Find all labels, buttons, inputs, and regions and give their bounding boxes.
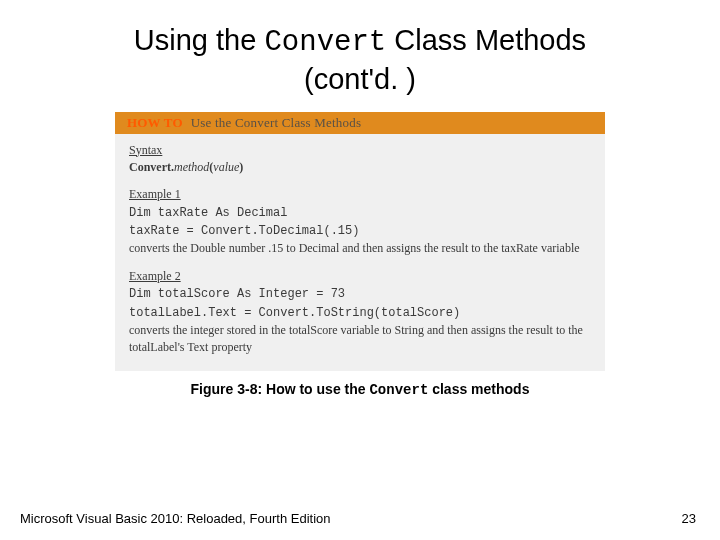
title-text-post: Class Methods	[386, 24, 586, 56]
howto-body: Syntax Convert.method(value) Example 1 D…	[115, 134, 605, 371]
figure-caption: Figure 3-8: How to use the Convert class…	[0, 381, 720, 398]
howto-label: HOW TO	[127, 115, 183, 131]
syntax-block: Syntax Convert.method(value)	[129, 142, 591, 177]
example1-desc: converts the Double number .15 to Decima…	[129, 241, 580, 255]
title-text-pre: Using the	[134, 24, 265, 56]
title-line2: (cont'd. )	[304, 63, 416, 95]
caption-pre: Figure 3-8: How to use the	[191, 381, 370, 397]
example2-desc: converts the integer stored in the total…	[129, 323, 583, 354]
slide: Using the Convert Class Methods (cont'd.…	[0, 0, 720, 540]
howto-heading: Use the Convert Class Methods	[191, 115, 361, 131]
syntax-label: Syntax	[129, 143, 162, 157]
example1-label: Example 1	[129, 187, 181, 201]
example2-code2: totalLabel.Text = Convert.ToString(total…	[129, 306, 460, 320]
example2-block: Example 2 Dim totalScore As Integer = 73…	[129, 268, 591, 357]
howto-box: HOW TO Use the Convert Class Methods Syn…	[115, 112, 605, 371]
syntax-method: method	[174, 160, 209, 174]
example2-label: Example 2	[129, 269, 181, 283]
title-mono: Convert	[264, 26, 386, 59]
howto-header: HOW TO Use the Convert Class Methods	[115, 112, 605, 134]
footer-left: Microsoft Visual Basic 2010: Reloaded, F…	[20, 511, 330, 526]
caption-mono: Convert	[369, 382, 428, 398]
example2-code1: Dim totalScore As Integer = 73	[129, 287, 345, 301]
example1-code1: Dim taxRate As Decimal	[129, 206, 287, 220]
syntax-close: )	[239, 160, 243, 174]
example1-code2: taxRate = Convert.ToDecimal(.15)	[129, 224, 359, 238]
slide-title: Using the Convert Class Methods (cont'd.…	[0, 0, 720, 98]
syntax-class: Convert.	[129, 160, 174, 174]
caption-post: class methods	[428, 381, 529, 397]
footer: Microsoft Visual Basic 2010: Reloaded, F…	[20, 511, 696, 526]
page-number: 23	[682, 511, 696, 526]
example1-block: Example 1 Dim taxRate As Decimal taxRate…	[129, 186, 591, 258]
syntax-arg: value	[213, 160, 239, 174]
